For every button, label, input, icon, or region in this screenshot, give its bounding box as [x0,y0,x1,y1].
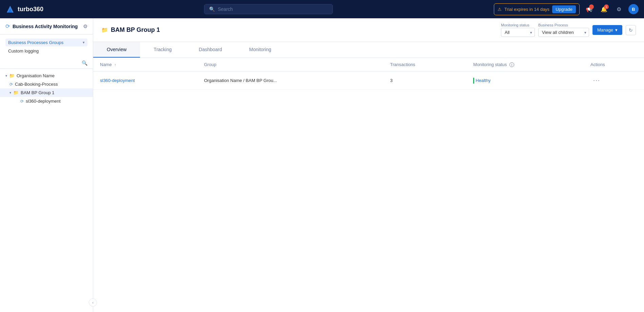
sidebar-collapse-button[interactable]: ‹ [89,298,97,307]
caret-down-icon-bam: ▾ [9,91,11,95]
th-group-label: Group [204,62,216,67]
caret-down-icon: ▾ [5,74,7,78]
business-process-group: Business Process View all children [538,23,589,37]
tab-tracking-label: Tracking [154,47,172,52]
search-icon: 🔍 [209,6,215,12]
td-transactions: 3 [383,71,466,90]
business-process-select-wrapper: View all children [538,28,589,37]
tab-tracking[interactable]: Tracking [140,42,185,58]
sort-asc-icon[interactable]: ↑ [114,63,116,67]
search-input[interactable] [218,6,328,12]
sidebar-nav: Business Processes Groups ▾ Custom loggi… [0,35,93,58]
tree-item-cab[interactable]: ⟳ Cab-Booking-Process [0,80,93,88]
tree-item-sl360-label: sl360-deployment [26,99,61,104]
tree-item-cab-label: Cab-Booking-Process [15,82,58,87]
th-name-label: Name [100,62,112,67]
table-header-row: Name ↑ Group Transactions Monitoring sta… [93,58,644,71]
tree-item-bam-group-label: BAM BP Group 1 [21,90,54,95]
folder-icon-bam: 📁 [13,90,19,95]
main-layout: ⟳ Business Activity Monitoring ⚙ Busines… [0,18,644,312]
announcements-badge [589,4,594,9]
notifications-badge: 1 [604,4,609,9]
th-monitoring-status-label: Monitoring status [473,62,507,67]
navbar-center: 🔍 [47,4,490,14]
status-healthy-link[interactable]: Healthy [476,78,490,83]
tree-item-sl360[interactable]: ⟳ sl360-deployment [0,97,93,105]
announcements-button[interactable]: 📢 [584,4,595,15]
tab-dashboard-label: Dashboard [199,47,222,52]
notifications-button[interactable]: 🔔 1 [599,4,609,15]
user-avatar[interactable]: B [628,4,639,14]
td-name: sl360-deployment [93,71,197,90]
chevron-left-icon: ‹ [92,300,94,305]
sidebar-gear-icon[interactable]: ⚙ [83,23,87,29]
page-title-folder-icon: 📁 [101,27,108,33]
table-container: Name ↑ Group Transactions Monitoring sta… [93,58,644,312]
tab-monitoring-label: Monitoring [249,47,271,52]
brand-logo[interactable]: turbo360 [5,4,43,14]
td-actions: ··· [584,71,644,90]
custom-logging-label: Custom logging [8,48,39,54]
monitoring-status-select-wrapper: All Healthy Unhealthy [501,28,535,37]
overview-table: Name ↑ Group Transactions Monitoring sta… [93,58,644,90]
brand-name: turbo360 [18,6,43,13]
table-body: sl360-deployment Organisation Name / BAM… [93,71,644,90]
folder-icon: 📁 [9,73,15,78]
status-indicator [473,78,474,84]
manage-chevron-icon: ▾ [615,27,618,33]
sidebar-search-bar[interactable]: 🔍 [0,58,93,69]
tab-monitoring[interactable]: Monitoring [236,42,285,58]
page-title-area: 📁 BAM BP Group 1 [101,26,160,34]
sidebar-item-custom-logging[interactable]: Custom logging [5,47,87,55]
sidebar-search-input[interactable] [5,61,82,66]
ellipsis-icon: ··· [593,77,600,84]
tab-overview-label: Overview [107,47,126,52]
th-monitoring-status: Monitoring status i [466,58,584,71]
content-header: 📁 BAM BP Group 1 Monitoring status All H… [93,18,644,42]
th-name: Name ↑ [93,58,197,71]
th-transactions-label: Transactions [390,62,415,67]
status-healthy: Healthy [473,78,577,84]
row-group-value: Organisation Name / BAM BP Grou... [204,78,277,83]
business-process-select[interactable]: View all children [538,28,589,37]
manage-button[interactable]: Manage ▾ [592,25,622,35]
row-transactions-value: 3 [390,78,393,83]
sidebar: ⟳ Business Activity Monitoring ⚙ Busines… [0,18,93,312]
search-bar[interactable]: 🔍 [204,4,333,14]
sidebar-title: Business Activity Monitoring [13,24,78,29]
business-process-label: Business Process [538,23,589,27]
refresh-button[interactable]: ↻ [626,25,636,35]
tree-item-org-label: Organisation Name [17,73,55,78]
sidebar-item-business-processes-groups[interactable]: Business Processes Groups ▾ [5,39,87,46]
monitoring-status-select[interactable]: All Healthy Unhealthy [501,28,535,37]
tab-dashboard[interactable]: Dashboard [185,42,236,58]
th-actions: Actions [584,58,644,71]
bam-icon: ⟳ [5,23,10,29]
header-controls: Monitoring status All Healthy Unhealthy … [501,23,636,37]
sidebar-tree: ▾ 📁 Organisation Name ⟳ Cab-Booking-Proc… [0,69,93,312]
warning-icon: ⚠ [498,7,502,12]
business-processes-groups-label: Business Processes Groups [8,40,63,45]
gear-icon: ⚙ [617,6,621,13]
sidebar-header: ⟳ Business Activity Monitoring ⚙ [0,18,93,35]
tab-overview[interactable]: Overview [93,42,140,58]
th-actions-label: Actions [590,62,605,67]
navbar: turbo360 🔍 ⚠ Trial expires in 14 days Up… [0,0,644,18]
monitoring-status-group: Monitoring status All Healthy Unhealthy [501,23,535,37]
navbar-right: ⚠ Trial expires in 14 days Upgrade 📢 🔔 1… [494,3,639,15]
tree-item-org[interactable]: ▾ 📁 Organisation Name [0,71,93,80]
chevron-down-icon: ▾ [83,40,85,45]
monitoring-status-label: Monitoring status [501,23,535,27]
monitoring-status-info-icon[interactable]: i [509,62,514,67]
trial-text: Trial expires in 14 days [504,7,549,12]
settings-button[interactable]: ⚙ [613,4,624,15]
upgrade-button[interactable]: Upgrade [552,5,576,13]
row-name-link[interactable]: sl360-deployment [100,78,135,83]
th-group: Group [197,58,383,71]
row-actions-button[interactable]: ··· [590,76,603,85]
table-header: Name ↑ Group Transactions Monitoring sta… [93,58,644,71]
td-group: Organisation Name / BAM BP Grou... [197,71,383,90]
table-row: sl360-deployment Organisation Name / BAM… [93,71,644,90]
manage-label: Manage [597,27,613,33]
tree-item-bam-group[interactable]: ▾ 📁 BAM BP Group 1 [0,88,93,97]
